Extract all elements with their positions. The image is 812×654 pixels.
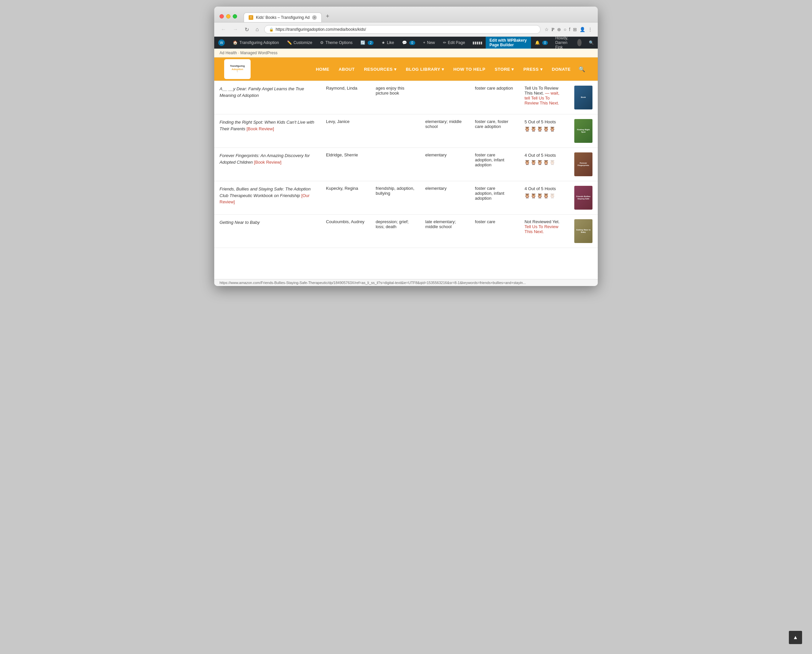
books-table: A__ __y Dear: Family Angel Learns the Tr… xyxy=(214,81,598,248)
book-category-cell: foster care adoption, infant adoption xyxy=(470,181,519,215)
tab-title: Kids' Books – Transfiguring Ad xyxy=(256,15,310,20)
facebook-icon[interactable]: f xyxy=(569,27,570,32)
book-cover: Finding Right Spot xyxy=(574,119,592,143)
main-content: A__ __y Dear: Family Angel Learns the Tr… xyxy=(214,81,598,279)
site-logo[interactable]: Transfiguring Adoption ® xyxy=(224,59,250,79)
book-cover-cell: Friends Bullies Staying Safe xyxy=(569,181,598,215)
nav-blog-library[interactable]: BLOG LIBRARY ▾ xyxy=(402,64,448,74)
book-category: foster care xyxy=(475,219,495,224)
book-category-cell: foster care xyxy=(470,215,519,248)
book-title: Getting Near to Baby xyxy=(220,220,259,225)
edit-wpbakery-button[interactable]: Edit with WPBakery Page Builder xyxy=(486,37,531,49)
customize-label: Customize xyxy=(294,40,313,45)
book-review-link[interactable]: [Book Review] xyxy=(247,126,274,131)
book-title-cell: Forever Fingerprints: An Amazing Discove… xyxy=(214,148,321,181)
refresh-button[interactable]: ↻ xyxy=(243,26,250,34)
updates-icon: 🔄 xyxy=(360,40,365,45)
howdy-text: Howdy, Darren Fink xyxy=(555,36,575,50)
book-title-cell: A__ __y Dear: Family Angel Learns the Tr… xyxy=(214,81,321,115)
table-row: Friends, Bullies and Staying Safe: The A… xyxy=(214,181,598,215)
hoot-icon-empty: 🦉 xyxy=(549,193,555,199)
admin-notifications[interactable]: 🔔 0 xyxy=(531,37,552,49)
cover-title: Friends Bullies Staying Safe xyxy=(575,196,591,200)
book-title-cell: Getting Near to Baby xyxy=(214,215,321,248)
review-link[interactable]: Tell Us To Review This Next. xyxy=(524,96,559,105)
rating-text: 4 Out of 5 Hoots xyxy=(524,153,563,158)
address-input[interactable]: 🔒 https://transfiguringadoption.com/medi… xyxy=(264,25,540,34)
book-category-cell: foster care adoption, infant adoption xyxy=(470,148,519,181)
theme-options-label: Theme Options xyxy=(325,40,353,45)
admin-site-name[interactable]: 🏠 Transfiguring Adoption xyxy=(229,37,283,49)
forward-button[interactable]: → xyxy=(231,26,240,33)
nav-home[interactable]: HOME xyxy=(312,64,333,74)
back-button[interactable]: ← xyxy=(220,26,227,33)
book-author: Couloumbis, Audrey xyxy=(326,219,364,224)
admin-comments[interactable]: 💬 0 xyxy=(398,37,419,49)
howdy-menu[interactable]: Howdy, Darren Fink xyxy=(552,36,585,50)
nav-donate[interactable]: DONATE xyxy=(548,64,575,74)
book-topic-cell xyxy=(370,148,420,181)
review-link[interactable]: Tell Us To Review This Next. xyxy=(524,224,558,234)
book-age: elementary; middle school xyxy=(425,119,461,129)
tab-close-button[interactable]: × xyxy=(312,15,317,20)
book-cover: Friends Bullies Staying Safe xyxy=(574,186,592,209)
tab-favicon: T xyxy=(249,15,253,20)
admin-new[interactable]: + New xyxy=(419,37,439,49)
minimize-button[interactable] xyxy=(226,14,230,18)
layers-icon[interactable]: ⊕ xyxy=(557,27,561,32)
admin-search-button[interactable]: 🔍 xyxy=(585,40,598,45)
nav-how-to-help[interactable]: HOW TO HELP xyxy=(449,64,489,74)
table-row: Forever Fingerprints: An Amazing Discove… xyxy=(214,148,598,181)
cover-title: Forever Fingerprints xyxy=(575,162,591,167)
reading-list-icon[interactable]: ☆ xyxy=(545,27,549,32)
book-category-cell: foster care adoption xyxy=(470,81,519,115)
traffic-lights xyxy=(220,14,237,18)
book-category: foster care adoption, infant adoption xyxy=(475,153,505,167)
account-icon[interactable]: 👤 xyxy=(580,27,585,32)
extensions-icon[interactable]: ⊞ xyxy=(573,27,577,32)
book-age-cell: elementary xyxy=(420,181,470,215)
site-name-label: Transfiguring Adoption xyxy=(240,40,279,45)
search-icon[interactable]: ○ xyxy=(564,27,566,32)
admin-customize[interactable]: ✏️ Customize xyxy=(283,37,316,49)
book-title: Forever Fingerprints: An Amazing Discove… xyxy=(220,153,310,165)
book-author: Kupecky, Regina xyxy=(326,186,358,191)
wp-admin-bar: W 🏠 Transfiguring Adoption ✏️ Customize … xyxy=(214,37,598,49)
active-tab[interactable]: T Kids' Books – Transfiguring Ad × xyxy=(244,12,322,22)
book-review-link[interactable]: [Book Review] xyxy=(254,160,281,165)
pinterest-icon[interactable]: 𝐏 xyxy=(551,27,554,32)
hoot-icons: 🦉 🦉 🦉 🦉 🦉 xyxy=(524,126,563,131)
book-title: Friends, Bullies and Staying Safe: The A… xyxy=(220,186,311,204)
book-author-cell: Eldridge, Sherrie xyxy=(321,148,370,181)
hoot-icon: 🦉 xyxy=(537,160,543,165)
nav-resources[interactable]: RESOURCES ▾ xyxy=(360,64,400,74)
book-author: Levy, Janice xyxy=(326,119,350,124)
admin-like[interactable]: ★ Like xyxy=(378,37,398,49)
admin-edit-page[interactable]: ✏ Edit Page xyxy=(439,37,469,49)
home-button[interactable]: ⌂ xyxy=(254,26,260,33)
admin-updates[interactable]: 🔄 2 xyxy=(356,37,378,49)
book-category-cell: foster care, foster care adoption xyxy=(470,115,519,148)
nav-press[interactable]: PRESS ▾ xyxy=(519,64,546,74)
table-row: A__ __y Dear: Family Angel Learns the Tr… xyxy=(214,81,598,115)
site-search-button[interactable]: 🔍 xyxy=(576,64,588,75)
book-rating-cell: Not Reviewed Yet. Tell Us To Review This… xyxy=(519,215,569,248)
book-author-cell: Couloumbis, Audrey xyxy=(321,215,370,248)
logo-image: Transfiguring Adoption ® xyxy=(224,59,250,79)
tab-bar: T Kids' Books – Transfiguring Ad × + xyxy=(244,11,592,22)
browser-actions: ☆ 𝐏 ⊕ ○ f ⊞ 👤 ⋮ xyxy=(545,27,592,32)
cover-inner: Friends Bullies Staying Safe xyxy=(574,186,592,209)
nav-about[interactable]: ABOUT xyxy=(334,64,359,74)
hoot-icon: 🦉 xyxy=(524,126,530,131)
admin-theme-options[interactable]: ⚙ Theme Options xyxy=(316,37,356,49)
fullscreen-button[interactable] xyxy=(233,14,237,18)
new-tab-button[interactable]: + xyxy=(322,11,333,22)
book-age: elementary xyxy=(425,153,446,157)
cover-title: Getting Near to Baby xyxy=(575,229,591,234)
book-cover-cell: Getting Near to Baby xyxy=(569,215,598,248)
cover-title: Book xyxy=(581,96,586,99)
menu-icon[interactable]: ⋮ xyxy=(588,27,592,32)
close-button[interactable] xyxy=(220,14,224,18)
nav-store[interactable]: STORE ▾ xyxy=(491,64,518,74)
wp-logo-item[interactable]: W xyxy=(214,37,229,49)
